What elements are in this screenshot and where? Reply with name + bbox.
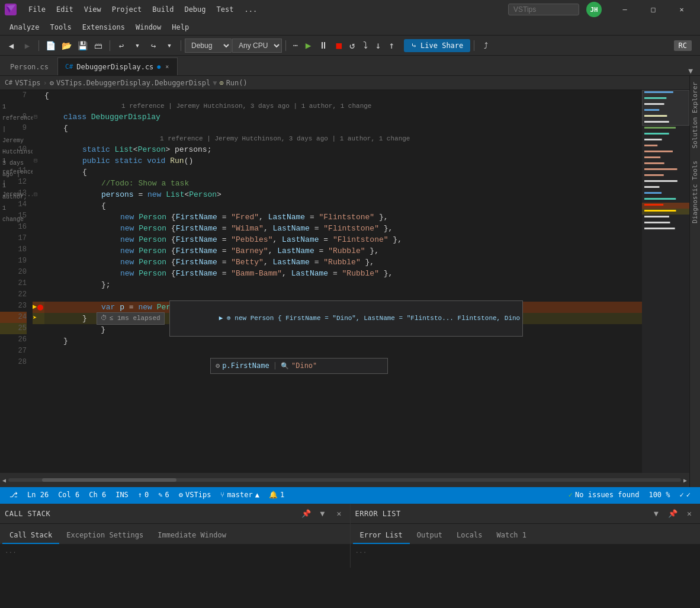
tab-output[interactable]: Output (410, 527, 449, 544)
sep4 (285, 40, 286, 51)
status-notifications[interactable]: 🔔 1 (264, 487, 289, 503)
call-stack-close-button[interactable]: ✕ (333, 508, 345, 520)
save-button[interactable]: 💾 (75, 38, 90, 53)
status-insert-mode[interactable]: INS (111, 487, 133, 503)
publish-button[interactable]: ⤴ (478, 38, 493, 53)
error-list-options-button[interactable]: ▼ (650, 508, 662, 520)
menu-edit[interactable]: Edit (52, 3, 78, 16)
debug-config-dropdown[interactable]: Debug Release (185, 39, 232, 53)
tab-error-list[interactable]: Error List (353, 527, 410, 544)
tab-person-cs[interactable]: Person.cs (2, 57, 56, 75)
menu-build[interactable]: Build (147, 3, 178, 16)
menu-test[interactable]: Test (212, 3, 239, 16)
error-up-icon: ↑ (138, 491, 142, 499)
debug-dropdown-group: Debug Release Any CPU x64 (185, 39, 282, 53)
debug-more-button[interactable]: ⋯ (290, 40, 301, 51)
scroll-thumb[interactable] (42, 478, 176, 482)
status-errors[interactable]: ↑ 0 (133, 487, 153, 503)
open-button[interactable]: 📂 (59, 38, 74, 53)
tab-locals[interactable]: Locals (449, 527, 489, 544)
branch-name: master (227, 491, 252, 499)
code-line-9: { (44, 123, 642, 134)
horizontal-scrollbar[interactable]: ◀ ▶ (0, 473, 689, 487)
menu-help[interactable]: Help (167, 21, 194, 33)
breadcrumb-project[interactable]: VSTips (15, 79, 40, 87)
tab-close-button[interactable]: × (164, 63, 170, 70)
tab-call-stack[interactable]: Call Stack (2, 527, 59, 544)
undo-button[interactable]: ↩ (114, 38, 129, 53)
maximize-button[interactable]: □ (640, 0, 667, 19)
tab-overflow-arrow[interactable]: ▼ (683, 66, 698, 75)
menu-view[interactable]: View (79, 3, 106, 16)
status-zoom[interactable]: 100 % (644, 487, 675, 503)
tab-immediate-window[interactable]: Immediate Window (150, 527, 233, 544)
menu-project[interactable]: Project (107, 3, 147, 16)
editor-gutter: ⊟ ⊟ ⊟ ▶ (33, 90, 44, 473)
breadcrumb-method-icon: ⊙ (219, 79, 223, 87)
error-list-close-button[interactable]: ✕ (683, 508, 695, 520)
status-col-info[interactable]: Col 6 (53, 487, 84, 503)
code-editor[interactable]: 7 1 reference | Jeremy Hutchinson, 3 day… (0, 90, 689, 473)
code-line-15: { (44, 200, 642, 212)
menu-extensions[interactable]: Extensions (78, 21, 130, 33)
bottom-panels: Call Stack 📌 ▼ ✕ Call Stack Exception Se… (0, 503, 700, 568)
code-line-27: } (44, 335, 642, 347)
diagnostic-tools-tab[interactable]: Diagnostic Tools (690, 155, 700, 229)
start-button[interactable]: ▶ (302, 39, 315, 52)
code-content[interactable]: { 1 reference | Jeremy Hutchinson, 3 day… (44, 90, 642, 473)
step-into-button[interactable]: ↓ (372, 39, 385, 52)
status-project[interactable]: ⚙ VSTips (174, 487, 216, 503)
tab-debuggerdisplay-cs[interactable]: C# DebuggerDisplay.cs ● × (57, 57, 178, 75)
scroll-left-icon[interactable]: ◀ (2, 477, 6, 484)
search-input[interactable] (508, 4, 579, 15)
menu-debug[interactable]: Debug (179, 3, 210, 16)
scroll-track[interactable] (8, 478, 681, 482)
menu-window[interactable]: Window (131, 21, 166, 33)
error-list-placeholder: ... (355, 547, 367, 555)
live-share-icon: ⤷ (411, 41, 417, 50)
menu-file[interactable]: File (24, 3, 50, 16)
call-stack-options-button[interactable]: ▼ (317, 508, 329, 520)
error-count: 0 (145, 491, 149, 499)
status-ch-info[interactable]: Ch 6 (84, 487, 111, 503)
live-share-button[interactable]: ⤷ Live Share (404, 39, 470, 52)
step-over-button[interactable]: ⤵ (359, 39, 371, 52)
new-file-button[interactable]: 📄 (43, 38, 58, 53)
breadcrumb-sep1: › (43, 79, 47, 87)
tab-watch1[interactable]: Watch 1 (489, 527, 534, 544)
close-button[interactable]: ✕ (668, 0, 695, 19)
no-issues-label: No issues found (575, 491, 639, 499)
status-line-info[interactable]: Ln 26 (23, 487, 53, 503)
status-checkmarks[interactable]: ✓ ✓ (675, 487, 695, 503)
minimize-button[interactable]: — (611, 0, 638, 19)
redo-button[interactable]: ↪ (146, 38, 161, 53)
title-menus: File Edit View Project Build Debug Test … (24, 3, 501, 16)
platform-dropdown[interactable]: Any CPU x64 (232, 39, 282, 53)
breadcrumb: C# VSTips › ⚙ VSTips.DebuggerDisplay.Deb… (0, 76, 689, 90)
restart-button[interactable]: ↺ (346, 39, 359, 52)
menu-more[interactable]: ... (239, 3, 262, 16)
call-stack-pin-button[interactable]: 📌 (300, 508, 312, 520)
back-button[interactable]: ◀ (4, 38, 19, 53)
status-branch[interactable]: ⑂ master ▲ (216, 487, 264, 503)
rc-badge[interactable]: RC (674, 40, 692, 51)
menu-tools[interactable]: Tools (46, 21, 76, 33)
status-no-issues[interactable]: ✓ No issues found (564, 487, 644, 503)
code-line-16: new Person {FirstName = "Fred", LastName… (44, 212, 642, 223)
status-warnings[interactable]: ✎ 6 (153, 487, 174, 503)
menu-analyze[interactable]: Analyze (5, 21, 44, 33)
solution-explorer-tab[interactable]: Solution Explorer (690, 76, 700, 155)
status-git-icon[interactable]: ⎇ (5, 487, 23, 503)
stop-button[interactable]: ■ (332, 39, 345, 52)
save-all-button[interactable]: 🗃 (91, 38, 106, 53)
breadcrumb-class[interactable]: VSTips.DebuggerDisplay.DebuggerDispl (56, 79, 210, 87)
step-out-button[interactable]: ↑ (385, 39, 398, 52)
redo-dropdown[interactable]: ▼ (162, 38, 177, 53)
breadcrumb-method[interactable]: Run() (226, 79, 248, 87)
error-list-pin-button[interactable]: 📌 (667, 508, 679, 520)
undo-dropdown[interactable]: ▼ (130, 38, 145, 53)
forward-button[interactable]: ▶ (20, 38, 35, 53)
pause-button[interactable]: ⏸ (315, 39, 332, 52)
tab-exception-settings[interactable]: Exception Settings (59, 527, 150, 544)
scroll-right-icon[interactable]: ▶ (683, 477, 687, 484)
